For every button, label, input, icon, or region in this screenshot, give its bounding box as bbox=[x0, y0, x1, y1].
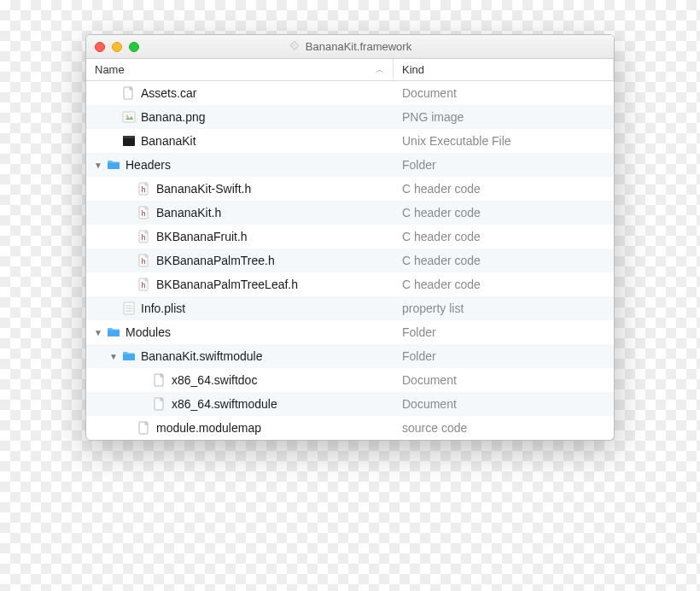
file-row[interactable]: Assets.carDocument bbox=[86, 81, 614, 105]
plist-icon bbox=[122, 301, 136, 315]
disclosure-none bbox=[108, 303, 119, 313]
file-kind-label: Folder bbox=[402, 158, 436, 172]
file-name-cell: BKBananaPalmTreeLeaf.h bbox=[86, 278, 394, 291]
file-name-cell: x86_64.swiftmodule bbox=[86, 397, 394, 411]
column-header-kind[interactable]: Kind bbox=[394, 59, 614, 80]
file-kind-label: Document bbox=[402, 86, 457, 100]
folder-icon bbox=[107, 158, 120, 172]
file-row[interactable]: Banana.pngPNG image bbox=[86, 105, 614, 129]
disclosure-open-icon[interactable]: ▼ bbox=[108, 351, 119, 361]
file-kind-cell: Document bbox=[394, 373, 614, 387]
file-name-label: x86_64.swiftdoc bbox=[172, 373, 257, 387]
file-kind-cell: Document bbox=[394, 86, 614, 100]
column-header-kind-label: Kind bbox=[402, 63, 424, 76]
file-name-label: BananaKit.h bbox=[156, 206, 221, 219]
file-kind-cell: C header code bbox=[394, 254, 614, 267]
file-kind-label: C header code bbox=[402, 182, 481, 196]
zoom-button[interactable] bbox=[129, 42, 139, 52]
file-kind-label: Document bbox=[402, 373, 457, 387]
file-name-label: module.modulemap bbox=[156, 421, 261, 435]
disclosure-none bbox=[108, 136, 119, 146]
file-name-label: BKBananaFruit.h bbox=[156, 230, 248, 243]
file-row[interactable]: x86_64.swiftdocDocument bbox=[86, 368, 614, 392]
close-button[interactable] bbox=[95, 42, 105, 52]
column-headers: Name ︿ Kind bbox=[86, 59, 614, 81]
file-kind-cell: Document bbox=[394, 397, 614, 411]
file-kind-label: Unix Executable File bbox=[402, 134, 511, 148]
header-icon bbox=[137, 230, 151, 243]
file-name-label: BKBananaPalmTree.h bbox=[156, 254, 275, 267]
file-kind-label: Document bbox=[402, 397, 457, 411]
file-name-cell: module.modulemap bbox=[86, 421, 394, 435]
file-list: Assets.carDocumentBanana.pngPNG imageBan… bbox=[86, 81, 614, 440]
file-row[interactable]: BKBananaPalmTree.hC header code bbox=[86, 249, 614, 272]
file-row[interactable]: module.modulemapsource code bbox=[86, 416, 614, 440]
file-name-cell: Info.plist bbox=[86, 301, 394, 315]
window-title: BananaKit.framework bbox=[86, 40, 614, 53]
disclosure-none bbox=[124, 231, 134, 242]
disclosure-open-icon[interactable]: ▼ bbox=[93, 327, 103, 337]
file-kind-label: property list bbox=[402, 301, 464, 315]
disclosure-none bbox=[124, 423, 134, 433]
header-icon bbox=[137, 182, 151, 196]
file-kind-label: source code bbox=[402, 421, 467, 435]
file-name-label: Banana.png bbox=[141, 110, 206, 124]
traffic-lights bbox=[86, 42, 139, 52]
sort-ascending-icon: ︿ bbox=[376, 64, 384, 76]
doc-icon bbox=[137, 421, 151, 435]
header-icon bbox=[137, 278, 151, 291]
file-row[interactable]: BKBananaPalmTreeLeaf.hC header code bbox=[86, 272, 614, 296]
file-kind-label: C header code bbox=[402, 206, 481, 219]
titlebar[interactable]: BananaKit.framework bbox=[86, 35, 614, 59]
file-row[interactable]: Info.plistproperty list bbox=[86, 296, 614, 320]
file-name-cell: Assets.car bbox=[86, 86, 394, 100]
file-kind-label: Folder bbox=[402, 325, 436, 339]
file-row[interactable]: ▼ModulesFolder bbox=[86, 320, 614, 344]
file-kind-cell: Folder bbox=[394, 349, 614, 363]
column-header-name[interactable]: Name ︿ bbox=[86, 59, 394, 80]
file-kind-cell: C header code bbox=[394, 278, 614, 291]
file-kind-cell: Folder bbox=[394, 325, 614, 339]
disclosure-none bbox=[124, 279, 134, 290]
folder-icon bbox=[122, 349, 136, 363]
file-kind-cell: C header code bbox=[394, 182, 614, 196]
doc-icon bbox=[153, 373, 166, 387]
disclosure-none bbox=[108, 112, 119, 122]
file-kind-label: Folder bbox=[402, 349, 436, 363]
file-kind-label: C header code bbox=[402, 254, 481, 267]
file-name-cell: ▼BananaKit.swiftmodule bbox=[86, 349, 394, 363]
disclosure-open-icon[interactable]: ▼ bbox=[93, 160, 103, 170]
file-name-cell: ▼Modules bbox=[86, 325, 394, 339]
disclosure-none bbox=[124, 184, 134, 194]
file-name-label: Assets.car bbox=[141, 86, 196, 100]
file-name-cell: BKBananaFruit.h bbox=[86, 230, 394, 243]
file-kind-label: PNG image bbox=[402, 110, 464, 124]
disclosure-none bbox=[124, 255, 134, 266]
file-name-label: x86_64.swiftmodule bbox=[172, 397, 277, 411]
doc-icon bbox=[153, 397, 166, 411]
file-kind-cell: C header code bbox=[394, 230, 614, 243]
disclosure-none bbox=[124, 208, 134, 218]
file-name-label: Modules bbox=[125, 325, 171, 339]
file-row[interactable]: BananaKit-Swift.hC header code bbox=[86, 177, 614, 201]
file-row[interactable]: BananaKit.hC header code bbox=[86, 201, 614, 225]
file-row[interactable]: x86_64.swiftmoduleDocument bbox=[86, 392, 614, 416]
file-name-label: BananaKit.swiftmodule bbox=[141, 349, 262, 363]
disclosure-none bbox=[139, 375, 149, 385]
file-name-label: Headers bbox=[125, 158, 171, 172]
file-name-cell: Banana.png bbox=[86, 110, 394, 124]
file-row[interactable]: BananaKitUnix Executable File bbox=[86, 129, 614, 153]
column-header-name-label: Name bbox=[95, 63, 125, 76]
file-row[interactable]: BKBananaFruit.hC header code bbox=[86, 225, 614, 249]
minimize-button[interactable] bbox=[112, 42, 122, 52]
framework-icon bbox=[289, 41, 300, 53]
file-name-cell: BananaKit.h bbox=[86, 206, 394, 219]
file-name-cell: ▼Headers bbox=[86, 158, 394, 172]
exec-icon bbox=[122, 134, 136, 148]
finder-window: BananaKit.framework Name ︿ Kind Assets.c… bbox=[85, 34, 615, 441]
file-row[interactable]: ▼HeadersFolder bbox=[86, 153, 614, 177]
file-row[interactable]: ▼BananaKit.swiftmoduleFolder bbox=[86, 344, 614, 368]
file-name-label: Info.plist bbox=[141, 301, 185, 315]
header-icon bbox=[137, 206, 151, 219]
file-kind-cell: Folder bbox=[394, 158, 614, 172]
